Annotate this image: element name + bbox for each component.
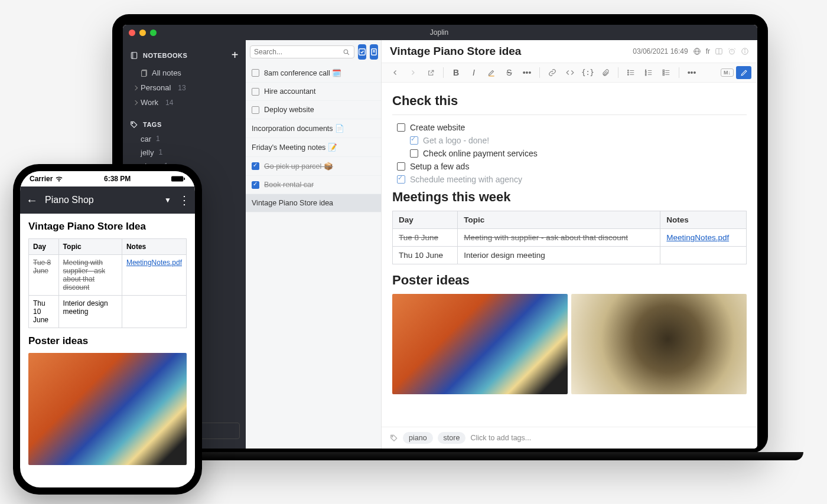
traffic-lights[interactable] [129,30,157,36]
check-item[interactable]: Schedule meeting with agency [392,173,747,186]
note-list-item[interactable]: Vintage Piano Store idea [246,194,381,212]
checkbox-icon[interactable] [397,123,405,132]
notebook-personal[interactable]: Personal 13 [123,80,246,95]
poster-image-turntable [571,294,747,394]
search-field[interactable] [254,48,343,56]
checkbox-icon[interactable] [252,88,259,96]
note-list-item[interactable]: Friday's Meeting notes 📝 [246,138,381,157]
window-titlebar: Joplin [123,25,757,40]
code-button[interactable] [562,66,578,80]
check-list-button[interactable] [659,66,674,80]
markdown-badge[interactable]: M↓ [721,68,734,77]
svg-point-26 [627,74,629,76]
tag-car[interactable]: car1 [123,132,246,146]
add-notebook-button[interactable]: + [232,48,239,62]
tag-pill-store[interactable]: store [438,432,466,444]
phone-body[interactable]: Vintage Piano Store Idea DayTopicNotes T… [20,214,195,487]
layout-icon[interactable] [715,47,723,55]
meeting-notes-link[interactable]: MeetingNotes.pdf [666,233,729,242]
alarm-icon[interactable] [728,47,736,55]
strike-button[interactable]: S [502,66,517,80]
phone-meetings-table: DayTopicNotes Tue 8 JuneMeeting with sup… [28,238,187,328]
svg-text:3: 3 [645,74,646,76]
bullet-list-button[interactable] [623,66,639,80]
bold-button[interactable]: B [448,66,464,80]
checkbox-icon[interactable] [397,175,405,184]
clock: 6:38 PM [104,175,131,183]
app-title: Joplin [157,28,722,37]
note-list-item[interactable]: Book rental car [246,176,381,194]
check-item[interactable]: Setup a few ads [392,160,747,173]
note-list-label: Book rental car [264,181,314,189]
svg-point-42 [392,436,393,437]
poster-image-piano [392,294,568,394]
more-format-button[interactable]: ••• [519,66,535,80]
checkbox-icon[interactable] [252,106,259,114]
status-bar: Carrier 6:38 PM [20,171,195,186]
globe-icon[interactable] [693,47,701,55]
notes-icon [141,69,148,77]
svg-point-22 [744,50,745,50]
notebook-icon [130,51,138,60]
checkbox-icon[interactable] [410,136,418,145]
search-input[interactable] [250,45,354,58]
more-button[interactable]: ••• [684,66,699,80]
svg-line-19 [734,48,735,50]
codeblock-button[interactable]: {:} [580,66,595,80]
link-button[interactable] [545,66,560,80]
more-menu-button[interactable]: ⋮ [178,193,189,207]
phone-notes-link[interactable]: MeetingNotes.pdf [126,258,182,267]
new-note-button[interactable] [370,44,378,60]
maximize-icon[interactable] [150,30,157,36]
external-link-button[interactable] [423,66,438,80]
note-list-label: 8am conference call 🗓️ [264,68,341,77]
highlight-button[interactable] [484,66,499,80]
svg-rect-37 [663,72,664,73]
note-list-item[interactable]: Incorporation documents 📄 [246,119,381,138]
checkbox-icon[interactable] [252,69,259,77]
checkbox-icon[interactable] [252,181,259,189]
tags-header[interactable]: TAGS [123,117,246,132]
new-todo-button[interactable] [358,44,366,60]
notebooks-header[interactable]: NOTEBOOKS + [123,45,246,66]
svg-rect-3 [142,71,146,77]
add-tag-placeholder[interactable]: Click to add tags... [470,434,531,442]
forward-button[interactable] [405,66,421,80]
tag-bar[interactable]: piano store Click to add tags... [382,427,757,449]
attach-button[interactable] [598,66,613,80]
notebook-work[interactable]: Work 14 [123,95,246,110]
italic-button[interactable]: I [466,66,481,80]
edit-toggle-button[interactable] [736,66,751,79]
note-list-item[interactable]: Go pick up parcel 📦 [246,157,381,176]
check-item[interactable]: Get a logo - done! [405,134,747,147]
note-list-item[interactable]: 8am conference call 🗓️ [246,64,381,83]
note-list-item[interactable]: Deploy website [246,101,381,119]
number-list-button[interactable]: 123 [641,66,656,80]
check-item[interactable]: Create website [392,121,747,134]
desktop-screen: Joplin NOTEBOOKS + All notes Personal 13 [123,25,757,449]
battery-icon [171,175,185,182]
info-icon[interactable] [741,47,749,55]
svg-rect-0 [131,52,136,58]
svg-point-25 [627,72,629,73]
all-notes-item[interactable]: All notes [123,66,246,80]
note-list: 8am conference call 🗓️Hire accountantDep… [246,40,382,449]
close-icon[interactable] [129,30,135,36]
note-title[interactable]: Vintage Piano Store idea [390,45,627,58]
editor-body[interactable]: Check this Create website Get a logo - d… [382,83,757,427]
back-button[interactable] [388,66,403,80]
heading-meetings: Meetings this week [392,189,747,205]
svg-line-18 [728,48,730,50]
checkbox-icon[interactable] [410,149,418,158]
svg-rect-38 [663,74,664,75]
back-button[interactable]: ← [26,194,38,207]
tag-jelly[interactable]: jelly1 [123,146,246,159]
check-item[interactable]: Check online payment services [405,147,747,160]
note-list-item[interactable]: Hire accountant [246,83,381,101]
svg-rect-43 [171,176,183,181]
dropdown-icon[interactable]: ▼ [164,196,171,204]
checkbox-icon[interactable] [252,162,259,170]
tag-pill-piano[interactable]: piano [403,432,433,444]
minimize-icon[interactable] [139,30,146,36]
checkbox-icon[interactable] [397,162,405,171]
